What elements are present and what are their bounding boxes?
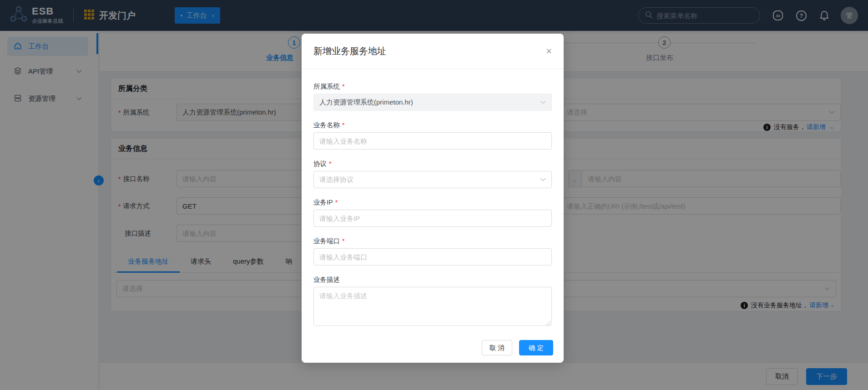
- modal-cancel-button[interactable]: 取 消: [482, 340, 512, 355]
- required-mark: *: [342, 237, 344, 245]
- chevron-down-icon: [540, 100, 546, 104]
- required-mark: *: [335, 199, 338, 206]
- resize-handle[interactable]: [546, 321, 550, 325]
- business-ip-input[interactable]: [313, 210, 552, 227]
- business-name-input[interactable]: [313, 132, 552, 150]
- modal-system-select: 人力资源管理系统(primeton.hr): [313, 94, 552, 111]
- business-desc-textarea[interactable]: [313, 287, 552, 326]
- modal-ok-button[interactable]: 确 定: [519, 340, 553, 355]
- field-business-ip-label: 业务IP: [313, 198, 333, 207]
- app-root: ESB 企业服务总线 开发门户 ● 工作台 ×: [0, 0, 868, 390]
- field-business-desc-label: 业务描述: [313, 275, 340, 284]
- modal-title: 新增业务服务地址: [313, 45, 386, 57]
- protocol-select[interactable]: 请选择协议: [313, 171, 552, 188]
- field-business-port-label: 业务端口: [313, 237, 340, 245]
- add-service-address-modal: 新增业务服务地址 × 所属系统 * 人力资源管理系统(primeton.hr) …: [302, 34, 564, 363]
- required-mark: *: [342, 83, 344, 90]
- required-mark: *: [342, 121, 344, 129]
- close-icon[interactable]: ×: [546, 47, 552, 56]
- chevron-down-icon: [540, 178, 546, 181]
- field-system-label: 所属系统: [313, 82, 340, 91]
- field-business-name-label: 业务名称: [313, 121, 340, 130]
- required-mark: *: [329, 160, 331, 167]
- business-port-input[interactable]: [313, 248, 552, 265]
- field-protocol-label: 协议: [313, 160, 327, 168]
